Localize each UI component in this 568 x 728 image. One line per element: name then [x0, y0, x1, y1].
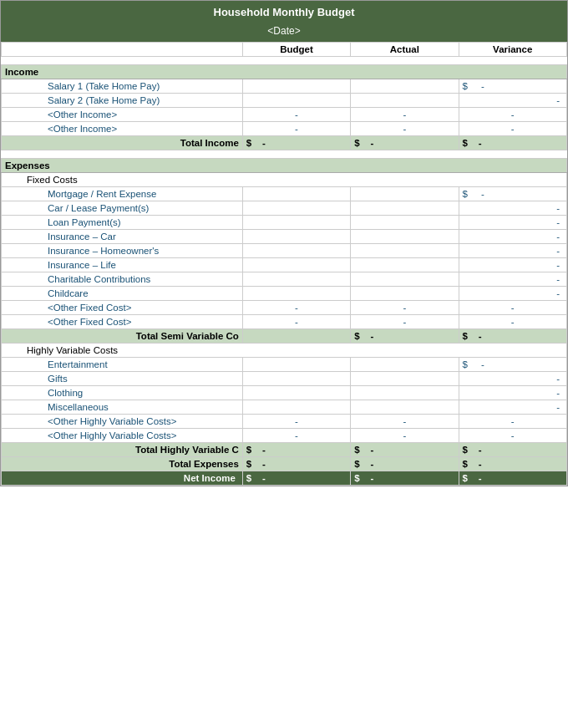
- fixed-costs-header: Fixed Costs: [2, 173, 567, 187]
- fixed-other1: <Other Fixed Cost> - - -: [2, 301, 567, 315]
- net-income-row: Net Income $ - $ - $ -: [2, 471, 567, 486]
- total-semi-variable-row: Total Semi Variable Co $ - $ -: [2, 329, 567, 344]
- total-expenses-row: Total Expenses $ - $ - $ -: [2, 457, 567, 471]
- fixed-insurance-homeowner: Insurance – Homeowner's -: [2, 244, 567, 258]
- income-item-salary1: Salary 1 (Take Home Pay) $ -: [2, 79, 567, 94]
- fixed-insurance-car: Insurance – Car -: [2, 230, 567, 244]
- fixed-mortgage: Mortgage / Rent Expense $ -: [2, 187, 567, 201]
- fixed-loan: Loan Payment(s) -: [2, 216, 567, 230]
- total-income-row: Total Income $ - $ - $ -: [2, 136, 567, 150]
- income-item-other1: <Other Income> - - -: [2, 108, 567, 122]
- col-header-variance: Variance: [459, 43, 566, 57]
- hv-other1: <Other Highly Variable Costs> - - -: [2, 415, 567, 429]
- fixed-car-lease: Car / Lease Payment(s) -: [2, 201, 567, 216]
- spreadsheet-date: <Date>: [1, 23, 567, 42]
- spreadsheet: Household Monthly Budget <Date> Budget A…: [0, 0, 568, 486]
- fixed-charitable: Charitable Contributions -: [2, 272, 567, 287]
- highly-variable-header: Highly Variable Costs: [2, 344, 567, 358]
- income-item-salary2: Salary 2 (Take Home Pay) -: [2, 94, 567, 108]
- expenses-section-header: Expenses: [2, 159, 567, 173]
- fixed-other2: <Other Fixed Cost> - - -: [2, 315, 567, 329]
- hv-entertainment: Entertainment $ -: [2, 358, 567, 372]
- income-section-header: Income: [2, 65, 567, 79]
- income-item-other2: <Other Income> - - -: [2, 122, 567, 136]
- hv-miscellaneous: Miscellaneous -: [2, 400, 567, 415]
- fixed-insurance-life: Insurance – Life -: [2, 258, 567, 272]
- spreadsheet-title: Household Monthly Budget: [1, 1, 567, 23]
- hv-gifts: Gifts -: [2, 372, 567, 386]
- hv-clothing: Clothing -: [2, 386, 567, 400]
- fixed-childcare: Childcare -: [2, 287, 567, 301]
- col-header-actual: Actual: [351, 43, 459, 57]
- hv-other2: <Other Highly Variable Costs> - - -: [2, 429, 567, 443]
- col-header-budget: Budget: [242, 43, 350, 57]
- total-highly-variable-row: Total Highly Variable C $ - $ - $ -: [2, 443, 567, 457]
